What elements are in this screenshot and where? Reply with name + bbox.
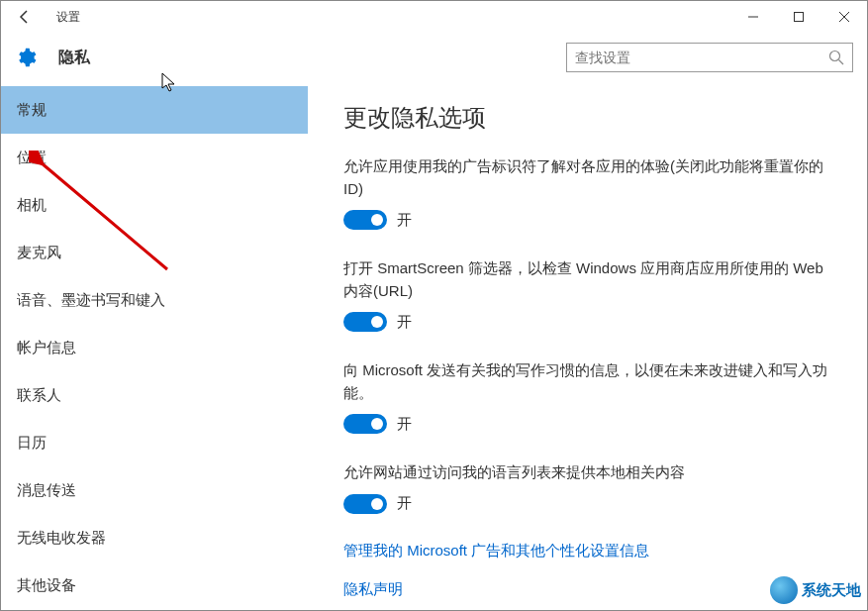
option-description: 允许网站通过访问我的语言列表来提供本地相关内容 (343, 461, 839, 484)
link-manage-ads[interactable]: 管理我的 Microsoft 广告和其他个性化设置信息 (343, 542, 839, 560)
svg-line-3 (839, 60, 844, 65)
minimize-icon (747, 11, 759, 23)
page-title: 隐私 (58, 48, 90, 68)
svg-rect-1 (795, 13, 804, 22)
toggle-switch[interactable] (343, 210, 387, 230)
sidebar-item-label: 其他设备 (17, 576, 76, 595)
privacy-option-3: 允许网站通过访问我的语言列表来提供本地相关内容开 (343, 461, 839, 514)
back-button[interactable] (1, 1, 48, 33)
titlebar: 设置 (1, 1, 867, 33)
sidebar-item-label: 位置 (17, 149, 47, 167)
close-button[interactable] (821, 1, 867, 33)
sidebar-item-5[interactable]: 帐户信息 (1, 324, 308, 371)
toggle-switch[interactable] (343, 312, 387, 332)
sidebar-item-8[interactable]: 消息传送 (1, 466, 308, 514)
toggle-state-label: 开 (397, 211, 412, 230)
sidebar-item-label: 消息传送 (17, 481, 76, 500)
search-input[interactable] (575, 50, 828, 65)
sidebar-item-label: 麦克风 (17, 244, 61, 262)
sidebar-item-2[interactable]: 相机 (1, 181, 308, 229)
sidebar-item-label: 常规 (17, 101, 47, 120)
sidebar-item-6[interactable]: 联系人 (1, 371, 308, 419)
sidebar-item-label: 相机 (17, 196, 47, 215)
maximize-button[interactable] (776, 1, 821, 33)
sidebar-item-0[interactable]: 常规 (1, 86, 308, 134)
sidebar-item-label: 日历 (17, 434, 47, 453)
arrow-left-icon (17, 9, 33, 25)
sidebar-item-10[interactable]: 其他设备 (1, 561, 308, 609)
toggle-state-label: 开 (397, 313, 412, 332)
sidebar-item-7[interactable]: 日历 (1, 419, 308, 466)
toggle-state-label: 开 (397, 494, 412, 513)
sidebar-item-9[interactable]: 无线电收发器 (1, 514, 308, 561)
sidebar-item-label: 帐户信息 (17, 339, 76, 357)
privacy-option-1: 打开 SmartScreen 筛选器，以检查 Windows 应用商店应用所使用… (343, 257, 839, 332)
sidebar-item-label: 语音、墨迹书写和键入 (17, 291, 165, 310)
svg-point-2 (830, 51, 840, 61)
globe-icon (770, 576, 798, 604)
watermark: 系统天地 (770, 576, 861, 604)
watermark-text: 系统天地 (802, 581, 861, 600)
main-panel: 更改隐私选项 允许应用使用我的广告标识符了解对各应用的体验(关闭此功能将重置你的… (308, 82, 867, 610)
gear-icon (15, 47, 37, 68)
window-title: 设置 (48, 9, 80, 26)
search-icon (828, 50, 844, 65)
link-privacy-statement[interactable]: 隐私声明 (343, 580, 839, 599)
privacy-option-0: 允许应用使用我的广告标识符了解对各应用的体验(关闭此功能将重置你的 ID)开 (343, 155, 839, 230)
sidebar-item-label: 联系人 (17, 386, 61, 405)
close-icon (838, 11, 850, 23)
toggle-state-label: 开 (397, 415, 412, 434)
sidebar-item-1[interactable]: 位置 (1, 134, 308, 181)
toggle-switch[interactable] (343, 414, 387, 434)
main-title: 更改隐私选项 (343, 102, 839, 134)
sidebar-item-3[interactable]: 麦克风 (1, 229, 308, 276)
option-description: 打开 SmartScreen 筛选器，以检查 Windows 应用商店应用所使用… (343, 257, 839, 302)
maximize-icon (793, 11, 805, 23)
option-description: 向 Microsoft 发送有关我的写作习惯的信息，以便在未来改进键入和写入功能… (343, 359, 839, 404)
privacy-option-2: 向 Microsoft 发送有关我的写作习惯的信息，以便在未来改进键入和写入功能… (343, 359, 839, 434)
search-box[interactable] (566, 43, 853, 72)
header: 隐私 (1, 33, 867, 82)
toggle-switch[interactable] (343, 494, 387, 514)
sidebar: 常规位置相机麦克风语音、墨迹书写和键入帐户信息联系人日历消息传送无线电收发器其他… (1, 82, 308, 610)
sidebar-item-4[interactable]: 语音、墨迹书写和键入 (1, 276, 308, 324)
sidebar-item-label: 无线电收发器 (17, 529, 106, 548)
minimize-button[interactable] (730, 1, 776, 33)
option-description: 允许应用使用我的广告标识符了解对各应用的体验(关闭此功能将重置你的 ID) (343, 155, 839, 200)
